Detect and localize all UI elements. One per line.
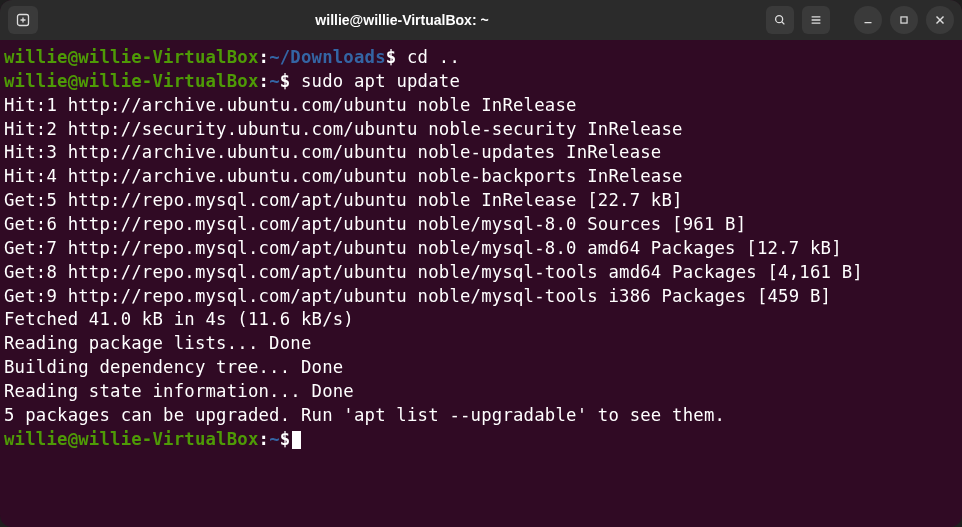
prompt-path: ~ bbox=[269, 71, 280, 91]
maximize-button[interactable] bbox=[890, 6, 918, 34]
search-icon bbox=[773, 13, 787, 27]
svg-point-3 bbox=[776, 16, 783, 23]
prompt-user: willie@willie-VirtualBox bbox=[4, 47, 259, 67]
prompt-dollar: $ bbox=[280, 429, 291, 449]
new-tab-button[interactable] bbox=[8, 6, 38, 34]
output-line: Hit:3 http://archive.ubuntu.com/ubuntu n… bbox=[4, 142, 661, 162]
output-line: Building dependency tree... Done bbox=[4, 357, 343, 377]
output-line: Get:6 http://repo.mysql.com/apt/ubuntu n… bbox=[4, 214, 746, 234]
close-icon bbox=[933, 13, 947, 27]
minimize-icon bbox=[861, 13, 875, 27]
output-line: Get:5 http://repo.mysql.com/apt/ubuntu n… bbox=[4, 190, 683, 210]
hamburger-menu-icon bbox=[809, 13, 823, 27]
terminal-body[interactable]: willie@willie-VirtualBox:~/Downloads$ cd… bbox=[0, 40, 962, 527]
prompt-path: ~/Downloads bbox=[269, 47, 386, 67]
output-line: Get:8 http://repo.mysql.com/apt/ubuntu n… bbox=[4, 262, 863, 282]
svg-rect-9 bbox=[901, 17, 907, 23]
output-line: Get:9 http://repo.mysql.com/apt/ubuntu n… bbox=[4, 286, 831, 306]
titlebar: willie@willie-VirtualBox: ~ bbox=[0, 0, 962, 40]
output-line: Reading package lists... Done bbox=[4, 333, 312, 353]
menu-button[interactable] bbox=[802, 6, 830, 34]
minimize-button[interactable] bbox=[854, 6, 882, 34]
prompt-dollar: $ bbox=[280, 71, 291, 91]
prompt-dollar: $ bbox=[386, 47, 397, 67]
svg-line-4 bbox=[782, 22, 785, 25]
output-line: Get:7 http://repo.mysql.com/apt/ubuntu n… bbox=[4, 238, 842, 258]
prompt-colon: : bbox=[259, 47, 270, 67]
titlebar-right bbox=[766, 6, 954, 34]
prompt-user: willie@willie-VirtualBox bbox=[4, 71, 259, 91]
output-line: 5 packages can be upgraded. Run 'apt lis… bbox=[4, 405, 725, 425]
titlebar-left bbox=[8, 6, 38, 34]
prompt-line-0: willie@willie-VirtualBox:~/Downloads$ cd… bbox=[4, 47, 460, 67]
command-text: sudo apt update bbox=[301, 71, 460, 91]
command-text: cd .. bbox=[407, 47, 460, 67]
output-line: Hit:2 http://security.ubuntu.com/ubuntu … bbox=[4, 119, 683, 139]
maximize-icon bbox=[897, 13, 911, 27]
close-button[interactable] bbox=[926, 6, 954, 34]
output-line: Hit:4 http://archive.ubuntu.com/ubuntu n… bbox=[4, 166, 683, 186]
prompt-path: ~ bbox=[269, 429, 280, 449]
output-line: Fetched 41.0 kB in 4s (11.6 kB/s) bbox=[4, 309, 354, 329]
cursor bbox=[292, 431, 301, 449]
prompt-colon: : bbox=[259, 71, 270, 91]
output-line: Hit:1 http://archive.ubuntu.com/ubuntu n… bbox=[4, 95, 577, 115]
output-line: Reading state information... Done bbox=[4, 381, 354, 401]
prompt-line-1: willie@willie-VirtualBox:~$ sudo apt upd… bbox=[4, 71, 460, 91]
prompt-user: willie@willie-VirtualBox bbox=[4, 429, 259, 449]
prompt-line-final: willie@willie-VirtualBox:~$ bbox=[4, 429, 301, 449]
terminal-window: willie@willie-VirtualBox: ~ bbox=[0, 0, 962, 527]
prompt-colon: : bbox=[259, 429, 270, 449]
window-title: willie@willie-VirtualBox: ~ bbox=[38, 12, 766, 28]
new-tab-icon bbox=[15, 12, 31, 28]
search-button[interactable] bbox=[766, 6, 794, 34]
